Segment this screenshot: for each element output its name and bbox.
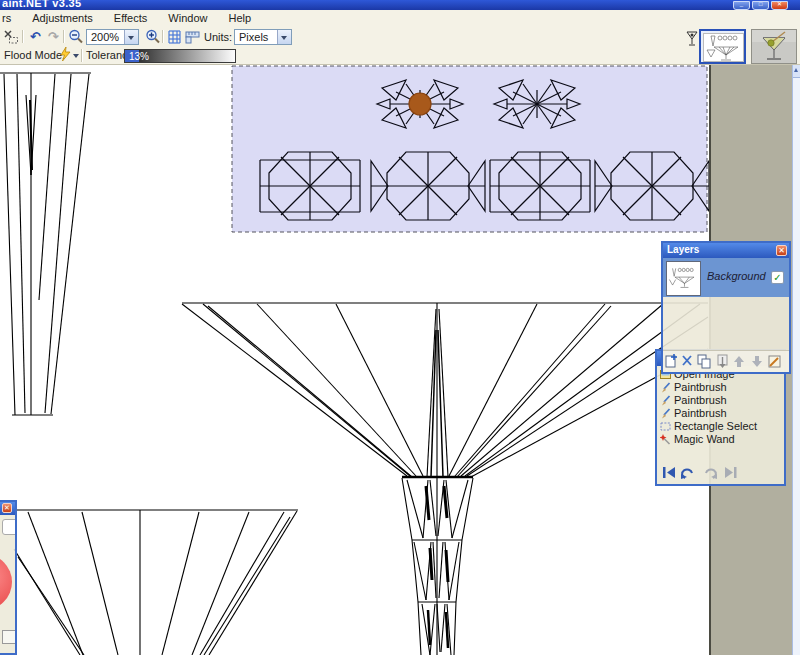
tolerance-value: 13% [129, 51, 149, 62]
minimize-button[interactable]: _ [733, 1, 750, 10]
vertical-scrollbar[interactable] [792, 64, 800, 655]
zoom-level-value: 200% [91, 31, 119, 43]
color-wheel[interactable] [0, 554, 12, 610]
magic-wand-icon [660, 434, 671, 445]
layers-panel-title: Layers [667, 244, 699, 255]
grid-toggle-button[interactable] [166, 29, 183, 45]
history-item-paintbrush[interactable]: Paintbrush [657, 407, 784, 420]
history-item-paintbrush[interactable]: Paintbrush [657, 394, 784, 407]
title-bar[interactable]: aint.NET v3.35 _ □ ✕ [0, 0, 800, 10]
history-item-paintbrush[interactable]: Paintbrush [657, 381, 784, 394]
menu-bar: rs Adjustments Effects Window Help [0, 10, 800, 28]
history-item-rectangle-select[interactable]: Rectangle Select [657, 420, 784, 433]
menu-adjustments[interactable]: Adjustments [23, 10, 102, 26]
layer-thumbnail [666, 261, 701, 296]
add-layer-icon[interactable] [666, 354, 677, 367]
menu-effects[interactable]: Effects [105, 10, 156, 26]
layer-row-background[interactable]: Background ✓ [663, 258, 789, 297]
units-label: Units: [204, 31, 232, 43]
scroll-up-icon [794, 68, 798, 72]
layers-toolbar [663, 350, 789, 372]
duplicate-layer-icon[interactable] [698, 355, 710, 368]
move-layer-down-icon[interactable] [752, 356, 762, 367]
maximize-button[interactable]: □ [752, 1, 769, 10]
units-combo-arrow-icon[interactable] [277, 30, 291, 44]
zoom-in-icon [145, 29, 161, 45]
main-toolbar: ↶ ↷ 200% [0, 28, 800, 47]
units-combo[interactable]: Pixels [234, 29, 292, 45]
zoom-out-icon [68, 29, 84, 45]
tool-options-bar: Flood Mode: Tolerance: 13% [0, 47, 800, 65]
rectangle-select-icon [660, 421, 671, 432]
ruler-icon [185, 29, 201, 44]
layer-name: Background [707, 270, 766, 282]
undo-button[interactable]: ↶ [27, 29, 44, 45]
history-rewind-icon[interactable] [663, 467, 675, 478]
move-layer-up-icon[interactable] [734, 356, 744, 367]
zoom-level-combo[interactable]: 200% [86, 29, 139, 45]
close-button[interactable]: ✕ [771, 1, 788, 10]
colors-swatch-box [2, 519, 17, 535]
delete-layer-icon[interactable] [683, 356, 691, 365]
grid-icon [167, 29, 182, 44]
zoom-out-button[interactable] [67, 29, 84, 45]
flood-mode-label: Flood Mode: [4, 49, 65, 61]
colors-panel-titlebar[interactable]: ✕ [0, 502, 15, 515]
ruler-toggle-button[interactable] [184, 29, 201, 45]
redo-icon: ↷ [48, 29, 59, 44]
flood-mode-dropdown-icon[interactable] [73, 54, 79, 58]
layer-properties-icon[interactable] [769, 356, 780, 367]
layer-visibility-checkbox[interactable]: ✓ [771, 271, 784, 284]
tolerance-slider[interactable]: 13% [124, 49, 236, 63]
history-fast-forward-icon[interactable] [725, 467, 737, 478]
thumbnail-wireframe-image [703, 33, 744, 62]
flood-mode-button[interactable] [57, 47, 74, 63]
colors-panel: ✕ [0, 500, 17, 655]
history-redo-icon[interactable] [706, 469, 717, 479]
thumbnail-martini-photo[interactable] [751, 29, 797, 64]
window-title: aint.NET v3.35 [2, 0, 81, 9]
layers-close-icon[interactable]: ✕ [776, 245, 787, 256]
thumbnail-wireframe-active[interactable] [699, 29, 746, 64]
lightning-icon [59, 47, 72, 62]
colors-more-button[interactable] [2, 630, 17, 644]
menu-layers-partial[interactable]: rs [0, 10, 20, 26]
redo-button[interactable]: ↷ [45, 29, 62, 45]
undo-icon: ↶ [30, 29, 41, 44]
paintnet-window: aint.NET v3.35 _ □ ✕ rs Adjustments Effe… [0, 0, 800, 655]
deselect-button[interactable] [2, 29, 19, 45]
menu-window[interactable]: Window [159, 10, 216, 26]
layers-panel: Layers ✕ Background ✓ [661, 241, 791, 374]
history-nav [661, 465, 741, 480]
image-list-glass-icon [686, 29, 699, 48]
history-item-magic-wand[interactable]: Magic Wand [657, 433, 784, 446]
paintbrush-icon [660, 408, 671, 419]
martini-photo-image [752, 30, 796, 63]
merge-down-icon[interactable] [718, 355, 727, 368]
paintbrush-icon [660, 382, 671, 393]
deselect-icon [3, 29, 19, 44]
zoom-combo-arrow-icon[interactable] [124, 30, 138, 44]
canvas[interactable] [0, 64, 709, 655]
history-undo-icon[interactable] [681, 469, 692, 479]
scroll-up-button[interactable] [793, 64, 800, 78]
zoom-in-button[interactable] [144, 29, 161, 45]
units-value: Pixels [239, 31, 268, 43]
colors-close-icon[interactable]: ✕ [2, 503, 12, 513]
paintbrush-icon [660, 395, 671, 406]
layers-panel-titlebar[interactable]: Layers ✕ [663, 243, 789, 258]
menu-help[interactable]: Help [220, 10, 261, 26]
